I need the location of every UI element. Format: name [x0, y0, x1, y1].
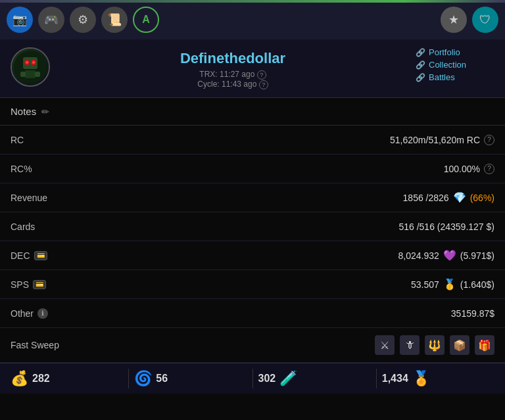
- swirls-icon: 🌀: [134, 370, 152, 387]
- revenue-gem-icon: 💎: [453, 191, 466, 204]
- shield-icon[interactable]: 🛡: [472, 7, 498, 33]
- gold-bags-value: 282: [32, 373, 50, 385]
- rc-question-icon[interactable]: ?: [484, 135, 494, 145]
- dec-gem-icon: 💜: [443, 249, 456, 262]
- star-icon[interactable]: ★: [441, 7, 467, 33]
- sweep-icon-trident[interactable]: 🔱: [425, 335, 445, 355]
- sweep-icon-gift[interactable]: 🎁: [475, 335, 494, 355]
- rc-value: 51,620m/51,620m RC ?: [390, 135, 494, 145]
- medals-value: 1,434: [382, 373, 408, 385]
- svg-rect-8: [35, 72, 40, 77]
- notes-section: Notes ✏: [0, 98, 505, 126]
- camera-icon[interactable]: 📷: [7, 7, 33, 33]
- dec-value: 8,024.932 💜 (5.971$): [398, 249, 494, 262]
- battles-link-label: Battles: [429, 72, 455, 82]
- revenue-pct: (66%): [470, 193, 494, 203]
- rc-pct-question-icon[interactable]: ?: [484, 164, 494, 174]
- trx-question-icon[interactable]: ?: [257, 70, 266, 80]
- svg-point-4: [26, 61, 28, 64]
- notes-label: Notes: [11, 106, 36, 117]
- nav-right-icons: ★ 🛡: [441, 7, 498, 33]
- dec-amount: 8,024.932: [398, 250, 439, 261]
- rc-pct-value: 100.00% ?: [444, 164, 494, 174]
- battles-link-icon: 🔗: [416, 73, 425, 82]
- sweep-icon-dagger[interactable]: 🗡: [400, 335, 420, 355]
- profile-name: Definethedollar: [50, 50, 416, 67]
- potions-value: 302: [258, 373, 276, 385]
- profile-info: Definethedollar TRX: 11:27 ago ? Cycle: …: [50, 47, 416, 89]
- revenue-label: Revenue: [11, 193, 47, 203]
- stat-gold-bags: 💰 282: [11, 370, 123, 387]
- user-icon[interactable]: A: [133, 7, 159, 33]
- stat-potions: 302 🧪: [258, 370, 371, 387]
- medals-icon: 🏅: [412, 370, 430, 387]
- avatar: [11, 47, 50, 87]
- sps-wallet-icon[interactable]: 💳: [33, 280, 46, 289]
- stat-divider-3: [376, 369, 377, 388]
- progress-bar: [0, 0, 505, 3]
- sweep-icon-sword[interactable]: ⚔: [375, 335, 395, 355]
- fast-sweep-label: Fast Sweep: [11, 340, 59, 350]
- sps-usd: (1.640$): [460, 279, 494, 290]
- cards-amount: 516 /516 (24359.127 $): [398, 222, 494, 232]
- rc-row: RC 51,620m/51,620m RC ?: [0, 126, 505, 154]
- rc-pct-row: RC% 100.00% ?: [0, 154, 505, 183]
- cycle-question-icon[interactable]: ?: [259, 80, 268, 89]
- other-info-icon[interactable]: ℹ: [37, 308, 48, 319]
- dec-row: DEC 💳 8,024.932 💜 (5.971$): [0, 241, 505, 270]
- revenue-row: Revenue 1856 /2826 💎 (66%): [0, 183, 505, 212]
- profile-meta: TRX: 11:27 ago ? Cycle: 11:43 ago ?: [50, 70, 416, 89]
- rc-label: RC: [11, 135, 24, 145]
- sps-label: SPS 💳: [11, 279, 46, 290]
- potions-icon: 🧪: [279, 370, 297, 387]
- bottom-stats: 💰 282 🌀 56 302 🧪 1,434 🏅: [0, 363, 505, 394]
- fast-sweep-icons: ⚔ 🗡 🔱 📦 🎁: [375, 335, 494, 355]
- portfolio-link[interactable]: 🔗 Portfolio: [416, 47, 494, 57]
- trx-label: TRX: 11:27 ago: [199, 70, 254, 79]
- sps-gem-icon: 🥇: [443, 278, 456, 291]
- swirls-value: 56: [156, 373, 168, 385]
- other-row: Other ℹ 35159.87$: [0, 299, 505, 328]
- sps-value: 53.507 🥇 (1.640$): [411, 278, 494, 291]
- battles-link[interactable]: 🔗 Battles: [416, 72, 494, 82]
- dec-wallet-icon[interactable]: 💳: [34, 251, 47, 260]
- data-table: RC 51,620m/51,620m RC ? RC% 100.00% ? Re…: [0, 126, 505, 328]
- cards-label: Cards: [11, 222, 35, 232]
- svg-point-5: [32, 61, 35, 64]
- svg-rect-6: [25, 70, 36, 78]
- stat-divider-1: [128, 369, 129, 388]
- other-value: 35159.87$: [451, 308, 494, 319]
- portfolio-link-icon: 🔗: [416, 48, 425, 57]
- cards-row: Cards 516 /516 (24359.127 $): [0, 212, 505, 241]
- edit-icon[interactable]: ✏: [41, 106, 49, 117]
- cycle-label: Cycle: 11:43 ago: [197, 80, 256, 89]
- sps-row: SPS 💳 53.507 🥇 (1.640$): [0, 270, 505, 299]
- collection-link[interactable]: 🔗 Collection: [416, 60, 494, 70]
- profile-links: 🔗 Portfolio 🔗 Collection 🔗 Battles: [416, 47, 494, 82]
- sps-amount: 53.507: [411, 279, 439, 290]
- rc-pct-amount: 100.00%: [444, 164, 480, 174]
- profile-section: Definethedollar TRX: 11:27 ago ? Cycle: …: [0, 39, 505, 98]
- svg-rect-7: [20, 72, 26, 77]
- avatar-image: [12, 49, 49, 85]
- rc-pct-label: RC%: [11, 164, 32, 174]
- revenue-value: 1856 /2826 💎 (66%): [403, 191, 494, 204]
- gamepad-icon[interactable]: 🎮: [38, 7, 64, 33]
- stat-swirls: 🌀 56: [134, 370, 247, 387]
- collection-link-label: Collection: [429, 60, 466, 70]
- rc-amount: 51,620m/51,620m RC: [390, 135, 480, 145]
- revenue-amount: 1856 /2826: [403, 193, 449, 203]
- scroll-icon[interactable]: 📜: [101, 7, 128, 33]
- collection-link-icon: 🔗: [416, 60, 425, 70]
- other-label: Other ℹ: [11, 308, 48, 319]
- fast-sweep-section: Fast Sweep ⚔ 🗡 🔱 📦 🎁: [0, 328, 505, 363]
- settings-icon[interactable]: ⚙: [70, 7, 96, 33]
- other-amount: 35159.87$: [451, 308, 494, 319]
- dec-label: DEC 💳: [11, 250, 47, 261]
- stat-medals: 1,434 🏅: [382, 370, 494, 387]
- cards-value: 516 /516 (24359.127 $): [398, 222, 494, 232]
- nav-left-icons: 📷 🎮 ⚙ 📜 A: [7, 7, 159, 33]
- portfolio-link-label: Portfolio: [429, 47, 460, 57]
- gold-bags-icon: 💰: [11, 370, 28, 387]
- sweep-icon-box[interactable]: 📦: [450, 335, 469, 355]
